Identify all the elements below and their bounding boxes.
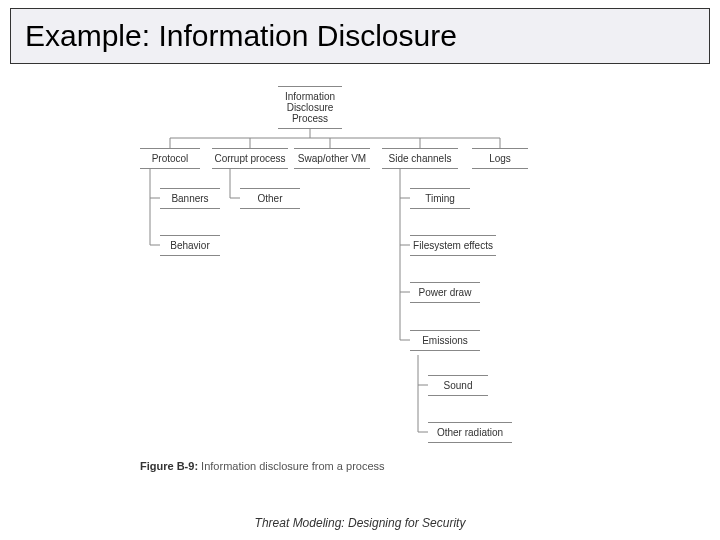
figure-caption-text: Information disclosure from a process [198,460,384,472]
connector-lines [0,80,720,480]
node-filesystem-effects: Filesystem effects [410,235,496,256]
node-timing: Timing [410,188,470,209]
slide-footer: Threat Modeling: Designing for Security [0,516,720,530]
node-swap-other-vm: Swap/other VM [294,148,370,169]
slide-title: Example: Information Disclosure [10,8,710,64]
threat-tree-diagram: Information Disclosure Process Protocol … [0,80,720,480]
node-root: Information Disclosure Process [278,86,342,129]
node-banners: Banners [160,188,220,209]
node-side-channels: Side channels [382,148,458,169]
node-logs: Logs [472,148,528,169]
node-behavior: Behavior [160,235,220,256]
figure-caption: Figure B-9: Information disclosure from … [140,460,385,472]
node-power-draw: Power draw [410,282,480,303]
node-other: Other [240,188,300,209]
node-sound: Sound [428,375,488,396]
node-other-radiation: Other radiation [428,422,512,443]
node-emissions: Emissions [410,330,480,351]
figure-caption-prefix: Figure B-9: [140,460,198,472]
node-corrupt-process: Corrupt process [212,148,288,169]
node-protocol: Protocol [140,148,200,169]
